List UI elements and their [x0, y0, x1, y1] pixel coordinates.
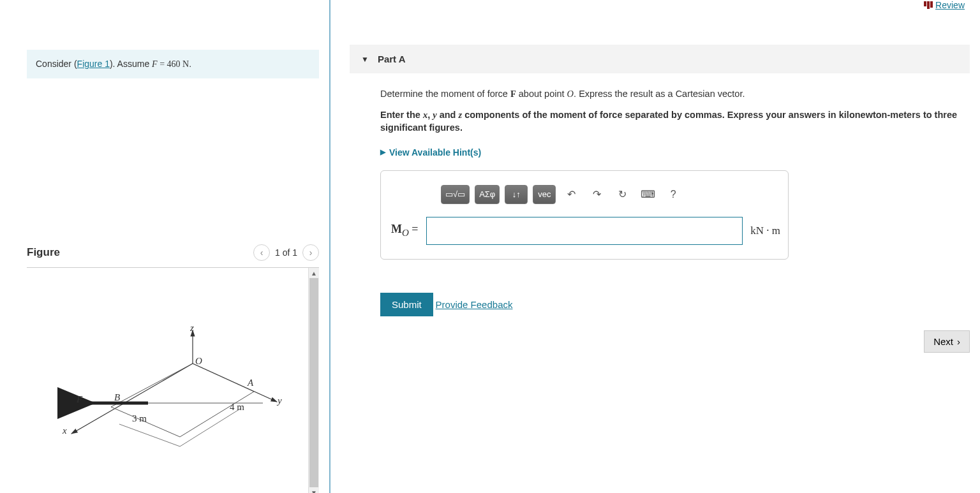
keyboard-button[interactable]: ⌨	[637, 185, 658, 204]
keyboard-icon: ⌨	[641, 188, 655, 200]
force-f-label: F	[77, 394, 82, 405]
help-icon: ?	[671, 189, 676, 200]
next-button[interactable]: Next ›	[924, 330, 970, 353]
review-link[interactable]: Review	[924, 0, 965, 10]
chevron-right-icon: ›	[957, 336, 960, 347]
greek-button[interactable]: ΑΣφ	[475, 185, 500, 204]
reset-button[interactable]: ↻	[612, 185, 632, 204]
equation-toolbar: ▭√▭ ΑΣφ ↓↑ vec ↶ ↷ ↻ ⌨ ?	[441, 185, 780, 204]
right-panel: Review ▼ Part A Determine the moment of …	[329, 0, 980, 493]
scroll-down-icon[interactable]: ▼	[309, 487, 319, 493]
figure-prev-button[interactable]: ‹	[253, 244, 270, 261]
svg-line-4	[180, 392, 254, 437]
subsup-button[interactable]: ↓↑	[505, 185, 528, 204]
sym-O: O	[567, 89, 574, 99]
part-header[interactable]: ▼ Part A	[350, 45, 970, 73]
caret-down-icon: ▼	[361, 55, 369, 64]
hints-label: View Available Hint(s)	[389, 147, 481, 158]
figure-canvas: z O A y B F x 3 m 4 m	[27, 268, 308, 493]
axis-y-label: y	[278, 395, 282, 406]
templates-button[interactable]: ▭√▭	[441, 185, 470, 204]
reset-icon: ↻	[618, 188, 627, 200]
axis-x-label: x	[63, 425, 67, 436]
answer-box: ▭√▭ ΑΣφ ↓↑ vec ↶ ↷ ↻ ⌨ ? MO = kN · m	[380, 170, 789, 260]
answer-input-row: MO = kN · m	[391, 217, 780, 245]
figure-pager: ‹ 1 of 1 ›	[253, 244, 319, 261]
figure-header: Figure ‹ 1 of 1 ›	[27, 244, 319, 268]
figure-next-button[interactable]: ›	[302, 244, 319, 261]
hints-toggle[interactable]: ▶ View Available Hint(s)	[380, 147, 962, 158]
point-b-label: B	[114, 392, 120, 403]
answer-unit: kN · m	[750, 224, 780, 237]
question-prompt: Determine the moment of force F about po…	[380, 89, 962, 99]
provide-feedback-link[interactable]: Provide Feedback	[436, 299, 513, 310]
question-block: Determine the moment of force F about po…	[350, 73, 962, 260]
redo-button[interactable]: ↷	[586, 185, 607, 204]
figure-area: z O A y B F x 3 m 4 m ▲ ▼	[27, 268, 319, 493]
intro-text-2: ). Assume	[110, 59, 152, 69]
redo-icon: ↷	[593, 188, 601, 200]
part-label: Part A	[378, 54, 406, 64]
help-button[interactable]: ?	[663, 185, 683, 204]
dim-3m-label: 3 m	[132, 413, 147, 424]
figure-title: Figure	[27, 246, 60, 259]
submit-button[interactable]: Submit	[380, 293, 433, 316]
figure-page-indicator: 1 of 1	[275, 247, 297, 258]
point-a-label: A	[248, 378, 253, 388]
review-label: Review	[935, 0, 965, 10]
problem-intro: Consider (Figure 1). Assume F = 460 N.	[27, 50, 319, 78]
undo-button[interactable]: ↶	[561, 185, 581, 204]
sym-F: F	[510, 89, 516, 99]
scroll-up-icon[interactable]: ▲	[309, 268, 319, 278]
answer-input[interactable]	[426, 217, 743, 245]
question-instructions: Enter the x, y and z components of the m…	[380, 108, 962, 135]
vec-button[interactable]: vec	[533, 185, 556, 204]
force-unit: N	[182, 59, 189, 69]
intro-text: Consider (	[36, 59, 77, 69]
diagram-svg	[52, 325, 295, 466]
review-icon	[924, 1, 933, 9]
answer-variable: MO =	[391, 223, 419, 239]
svg-line-6	[111, 364, 193, 407]
axis-z-label: z	[190, 323, 194, 334]
point-o-label: O	[195, 356, 202, 367]
force-value: 460	[167, 59, 181, 69]
left-panel: Consider (Figure 1). Assume F = 460 N. F…	[0, 0, 329, 493]
figure-link[interactable]: Figure 1	[77, 59, 110, 69]
undo-icon: ↶	[567, 188, 575, 200]
svg-line-3	[193, 364, 254, 392]
scroll-thumb[interactable]	[309, 278, 318, 487]
force-symbol: F	[152, 59, 158, 69]
dim-4m-label: 4 m	[230, 402, 244, 413]
caret-right-icon: ▶	[380, 148, 385, 156]
figure-scrollbar[interactable]: ▲ ▼	[308, 268, 319, 493]
